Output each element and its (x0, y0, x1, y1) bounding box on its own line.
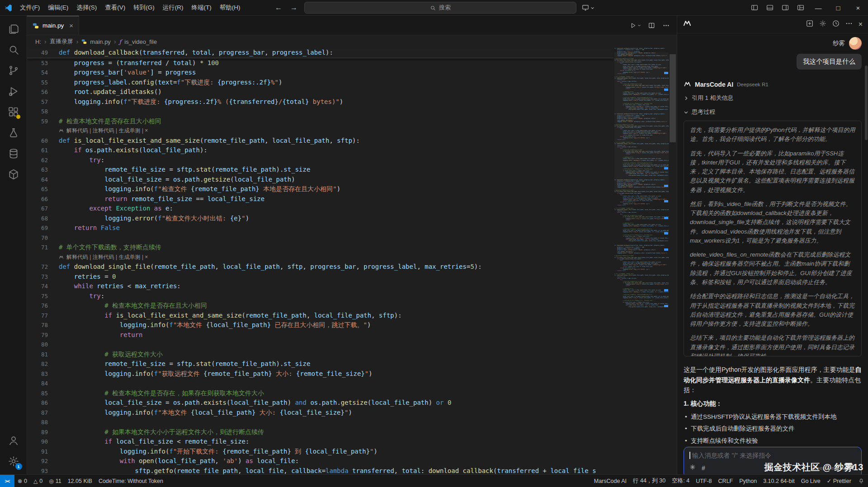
line-number[interactable]: 73 (27, 272, 48, 282)
line-number[interactable]: 67 (27, 204, 48, 214)
line-number[interactable]: 90 (27, 437, 48, 447)
remote-indicator[interactable]: >< (0, 475, 14, 487)
code-line[interactable]: 67 except Exception as e: (27, 204, 613, 214)
close-button[interactable]: × (848, 0, 868, 15)
line-number[interactable]: 64 (27, 175, 48, 185)
line-number[interactable]: 91 (27, 447, 48, 457)
code-line[interactable]: 91 logging.info(f"开始下载文件: {remote_file_p… (27, 447, 613, 457)
code-line[interactable]: 80 (27, 340, 613, 350)
line-number[interactable]: 65 (27, 184, 48, 194)
skills-icon[interactable] (689, 464, 696, 472)
file-size[interactable]: 12.05 KiB (65, 475, 95, 487)
search-icon[interactable] (3, 39, 24, 60)
line-number[interactable]: 93 (27, 466, 48, 475)
run-file-button[interactable] (627, 19, 643, 32)
editor-scrollbar[interactable] (669, 48, 677, 474)
message-input[interactable] (691, 451, 856, 459)
code-editor[interactable]: 49def download_callback(transferred, tot… (27, 48, 677, 474)
line-number[interactable]: 70 (27, 233, 48, 243)
code-line[interactable]: 76 # 检查本地文件是否存在且大小相同 (27, 301, 613, 311)
code-line[interactable]: 88 (27, 417, 613, 427)
code-line[interactable]: 63 remote_file_size = sftp.stat(remote_f… (27, 165, 613, 175)
line-number[interactable]: 72 (27, 262, 48, 272)
menu-item[interactable]: 终端(T) (188, 0, 216, 15)
line-number[interactable]: 81 (27, 350, 48, 360)
more-actions-icon[interactable] (660, 19, 672, 32)
code-line[interactable]: 87 logging.info(f"本地文件 {local_file_path}… (27, 408, 613, 418)
code-line[interactable]: 77 if is_local_file_exist_and_same_size(… (27, 311, 613, 321)
menu-item[interactable]: 转到(G) (129, 0, 159, 15)
problems-hints[interactable]: ◎11 (46, 475, 64, 487)
menu-item[interactable]: 文件(F) (16, 0, 44, 15)
code-line[interactable]: 74 while retries < max_retries: (27, 281, 613, 291)
line-number[interactable]: 77 (27, 311, 48, 321)
line-number[interactable]: 88 (27, 417, 48, 427)
codetime-status[interactable]: CodeTime: Without Token (95, 475, 166, 487)
breadcrumb-drive[interactable]: H: (35, 38, 41, 45)
line-number[interactable]: 54 (27, 68, 48, 78)
nav-forward-icon[interactable]: → (289, 4, 299, 12)
tab-close-icon[interactable]: × (69, 22, 73, 29)
menu-item[interactable]: 帮助(H) (216, 0, 245, 15)
code-line[interactable]: 83 logging.info(f"获取远程文件 {remote_file_pa… (27, 369, 613, 379)
line-number[interactable] (27, 253, 48, 262)
user-avatar[interactable] (849, 37, 862, 50)
line-number[interactable]: 79 (27, 330, 48, 340)
extensions-icon[interactable] (3, 102, 24, 122)
notifications-bell-icon[interactable] (854, 475, 868, 487)
command-search-input[interactable]: 搜索 (304, 2, 576, 14)
references-toggle[interactable]: 引用 1 相关信息 (684, 94, 862, 102)
breadcrumb-file[interactable]: main.py (90, 38, 111, 45)
code-line[interactable]: 90 if local_file_size < remote_file_size… (27, 437, 613, 447)
remote-target-icon[interactable] (582, 0, 594, 15)
line-number[interactable]: 63 (27, 165, 48, 175)
code-line[interactable]: 54 progress_bar['value'] = progress (27, 68, 613, 78)
line-number[interactable]: 62 (27, 155, 48, 165)
code-line[interactable]: 65 logging.info(f"检查文件 {remote_file_path… (27, 184, 613, 194)
panel-settings-gear-icon[interactable] (819, 20, 826, 29)
line-number[interactable]: 85 (27, 389, 48, 398)
panel-more-icon[interactable] (845, 20, 853, 29)
line-number[interactable]: 74 (27, 281, 48, 291)
customize-layout-icon[interactable] (793, 0, 808, 15)
minimap[interactable]: def download_callback(transferred, total… (614, 48, 669, 474)
status-item[interactable]: UTF-8 (693, 475, 715, 487)
line-number[interactable]: 84 (27, 379, 48, 389)
sticky-scroll-line[interactable]: 49def download_callback(transferred, tot… (27, 48, 613, 58)
account-icon[interactable] (3, 430, 24, 451)
line-number[interactable]: 86 (27, 398, 48, 408)
code-line[interactable]: 69 return False (27, 223, 613, 233)
line-number[interactable] (27, 126, 48, 136)
code-line[interactable]: 84 (27, 379, 613, 389)
toggle-panel-icon[interactable] (762, 0, 778, 15)
code-line[interactable]: 68 logging.error(f"检查文件大小时出错: {e}") (27, 214, 613, 224)
code-line[interactable]: 57 logging.info(f"下载进度: {progress:.2f}% … (27, 97, 613, 107)
scrollbar-thumb[interactable] (670, 54, 676, 142)
code-line[interactable]: 72def download_single_file(remote_file_p… (27, 262, 613, 272)
code-line[interactable]: 56 root.update_idletasks() (27, 87, 613, 97)
line-number[interactable]: 82 (27, 359, 48, 369)
code-line[interactable]: 79 return (27, 330, 613, 340)
status-item[interactable]: 3.10.2 64-bit (760, 475, 798, 487)
toggle-sidebar-icon[interactable] (747, 0, 762, 15)
code-line[interactable]: 78 logging.info(f"本地文件 {local_file_path}… (27, 320, 613, 330)
codelens-actions[interactable]: 解释代码 | 注释代码 | 生成单测 | × (27, 126, 613, 136)
thinking-content[interactable]: 首先，我需要分析用户提供的Python代码，并解释这个项目的用途。首先，我会仔细… (684, 121, 862, 356)
code-line[interactable]: 58 (27, 107, 613, 117)
menu-item[interactable]: 查看(V) (101, 0, 129, 15)
problems-warnings[interactable]: △0 (30, 475, 46, 487)
toggle-secondary-sidebar-icon[interactable] (778, 0, 793, 15)
code-line[interactable]: 89 # 如果本地文件大小小于远程文件大小，则进行断点续传 (27, 427, 613, 437)
status-item[interactable]: 空格: 4 (669, 475, 693, 487)
code-line[interactable]: 64 local_file_size = os.path.getsize(loc… (27, 175, 613, 185)
code-line[interactable]: 62 try: (27, 155, 613, 165)
line-number[interactable]: 71 (27, 243, 48, 253)
source-control-icon[interactable] (3, 60, 24, 81)
line-number[interactable]: 87 (27, 408, 48, 418)
codelens-actions[interactable]: 解释代码 | 注释代码 | 生成单测 | × (27, 253, 613, 262)
line-number[interactable]: 76 (27, 301, 48, 311)
line-number[interactable]: 69 (27, 223, 48, 233)
code-line[interactable]: 71# 单个文件下载函数，支持断点续传 (27, 243, 613, 253)
panel-scrollbar[interactable] (865, 66, 868, 140)
code-line[interactable]: 82 remote_file_size = sftp.stat(remote_f… (27, 359, 613, 369)
